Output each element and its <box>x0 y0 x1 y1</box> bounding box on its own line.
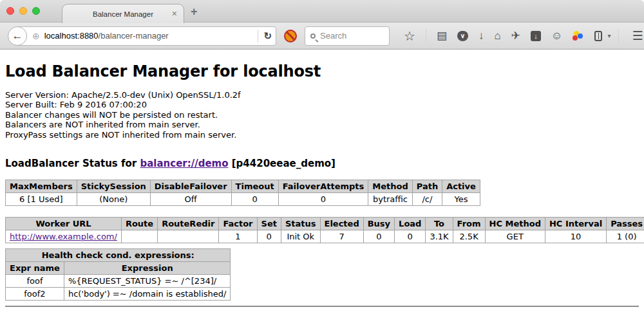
balancer-summary-table: MaxMembers StickySession DisableFailover… <box>5 180 480 206</box>
tab-balancer-manager[interactable]: Balancer Manager × <box>62 4 184 23</box>
col-expr-name: Expr name <box>6 262 64 275</box>
page-title: Load Balancer Manager for localhost <box>5 62 639 80</box>
save-to-box-icon[interactable]: ↓ <box>531 31 541 41</box>
smiley-extension-icon[interactable]: ☺ <box>546 30 567 41</box>
back-button[interactable]: ← <box>8 26 27 46</box>
send-icon[interactable]: ✈ <box>506 30 526 41</box>
col-maxmembers: MaxMembers <box>6 180 77 193</box>
health-table-title: Health check cond. expressions: <box>6 249 231 262</box>
url-path: /balancer-manager <box>99 31 169 41</box>
cell-failoverattempts: 0 <box>278 193 368 206</box>
server-info: Server Version: Apache/2.5.0-dev (Unix) … <box>5 90 639 140</box>
table-header-row: Worker URL Route RouteRedir Factor Set S… <box>6 218 644 230</box>
cell-maxmembers: 6 [1 Used] <box>6 193 77 206</box>
server-version-line: Server Version: Apache/2.5.0-dev (Unix) … <box>5 90 639 100</box>
table-row: foof %{REQUEST_STATUS} =~ /^[234]/ <box>6 275 231 288</box>
container-extension-icon[interactable] <box>594 31 602 41</box>
col-load: Load <box>395 218 426 230</box>
table-header-row: MaxMembers StickySession DisableFailover… <box>6 180 480 193</box>
zoom-window-button[interactable] <box>32 7 40 15</box>
browser-window: Balancer Manager × + ← ⊕ localhost:8880/… <box>0 0 644 316</box>
col-timeout: Timeout <box>231 180 278 193</box>
bookmark-star-icon[interactable]: ☆ <box>399 30 421 42</box>
col-disablefailover: DisableFailover <box>150 180 231 193</box>
col-hc-method: HC Method <box>485 218 545 230</box>
col-elected: Elected <box>320 218 363 230</box>
col-from: From <box>453 218 485 230</box>
col-routeredir: RouteRedir <box>158 218 219 230</box>
worker-table: Worker URL Route RouteRedir Factor Set S… <box>5 217 644 243</box>
menu-icon[interactable]: ☰ <box>624 28 644 43</box>
bottom-divider <box>5 306 639 307</box>
table-row: http://www.example.com/ 1 0 Init Ok 7 0 … <box>6 230 644 243</box>
col-active: Active <box>442 180 480 193</box>
col-worker-url: Worker URL <box>6 218 122 230</box>
reload-button[interactable]: ↻ <box>263 30 272 42</box>
inherit-notice-line: Balancers are NOT inherited from main se… <box>5 120 639 129</box>
col-hc-interval: HC Interval <box>545 218 606 230</box>
col-failoverattempts: FailoverAttempts <box>278 180 368 193</box>
col-stickysession: StickySession <box>77 180 150 193</box>
col-method: Method <box>368 180 412 193</box>
url-bar[interactable]: ⊕ localhost:8880/balancer-manager ↻ <box>16 26 276 46</box>
downloads-icon[interactable]: ↓ <box>473 30 489 41</box>
cell-passes: 1 (0) <box>607 230 644 243</box>
window-controls <box>6 7 40 15</box>
plugin-block-icon[interactable] <box>284 30 297 42</box>
toolbar-divider <box>426 30 426 42</box>
cell-stickysession: (None) <box>77 193 150 206</box>
col-route: Route <box>121 218 157 230</box>
url-domain: localhost:8880 <box>44 31 99 41</box>
pocket-icon[interactable]: ∨ <box>457 31 468 41</box>
table-row: foof2 hc('body') =~ /domain is establish… <box>6 288 231 301</box>
close-window-button[interactable] <box>6 7 14 15</box>
cell-set: 0 <box>257 230 281 243</box>
cell-worker-url: http://www.example.com/ <box>6 230 122 243</box>
status-heading-prefix: LoadBalancer Status for <box>5 158 140 169</box>
cell-busy: 0 <box>363 230 394 243</box>
new-tab-button[interactable]: + <box>191 5 198 19</box>
cell-active: Yes <box>442 193 480 206</box>
search-input[interactable] <box>320 31 378 41</box>
balancer-demo-link[interactable]: balancer://demo <box>140 158 228 169</box>
tab-bar: Balancer Manager × + <box>0 0 644 23</box>
cell-load: 0 <box>395 230 426 243</box>
page-content: Load Balancer Manager for localhost Serv… <box>0 62 644 307</box>
cell-expression: %{REQUEST_STATUS} =~ /^[234]/ <box>64 275 231 288</box>
toolbar-buttons: ☆ ▤ ∨ ↓ ⌂ ✈ ↓ ☺ ▾ ☰ ▦ <box>399 28 644 43</box>
toolbar-right-group: ☰ ▦ <box>613 28 644 43</box>
chevron-down-icon[interactable]: ▾ <box>605 32 613 39</box>
table-row: 6 [1 Used] (None) Off 0 0 bytraffic /c/ … <box>6 193 480 206</box>
col-set: Set <box>257 218 281 230</box>
urlbar-divider <box>258 30 258 42</box>
cell-hc-interval: 10 <box>545 230 606 243</box>
back-icon: ← <box>12 30 23 41</box>
minimize-window-button[interactable] <box>19 7 27 15</box>
cell-expr-name: foof2 <box>6 288 64 301</box>
globe-icon: ⊕ <box>32 31 40 41</box>
worker-url-link[interactable]: http://www.example.com/ <box>10 232 117 241</box>
url-text[interactable]: localhost:8880/balancer-manager <box>44 31 253 41</box>
cell-disablefailover: Off <box>150 193 231 206</box>
cell-factor: 1 <box>219 230 257 243</box>
navigation-toolbar: ← ⊕ localhost:8880/balancer-manager ↻ ☆ … <box>0 23 644 50</box>
health-check-table: Health check cond. expressions: Expr nam… <box>5 248 231 301</box>
persist-notice-line: Balancer changes will NOT be persisted o… <box>5 110 639 120</box>
cell-elected: 7 <box>320 230 363 243</box>
table-header-row: Expr name Expression <box>6 262 231 275</box>
col-to: To <box>426 218 453 230</box>
home-icon[interactable]: ⌂ <box>489 30 506 41</box>
toolbar-divider-2 <box>618 30 619 42</box>
loadbalancer-status-heading: LoadBalancer Status for balancer://demo … <box>5 158 639 169</box>
search-bar[interactable] <box>305 26 390 46</box>
cell-hc-method: GET <box>485 230 545 243</box>
proxypass-notice-line: ProxyPass settings are NOT inherited fro… <box>5 130 639 140</box>
cell-route <box>121 230 157 243</box>
col-path: Path <box>412 180 442 193</box>
cell-to: 3.1K <box>426 230 453 243</box>
colored-dots-extension-icon[interactable] <box>573 30 584 41</box>
search-icon <box>310 33 316 39</box>
tab-close-icon[interactable]: × <box>172 8 177 19</box>
reading-list-icon[interactable]: ▤ <box>431 30 452 41</box>
cell-expression: hc('body') =~ /domain is established/ <box>64 288 231 301</box>
